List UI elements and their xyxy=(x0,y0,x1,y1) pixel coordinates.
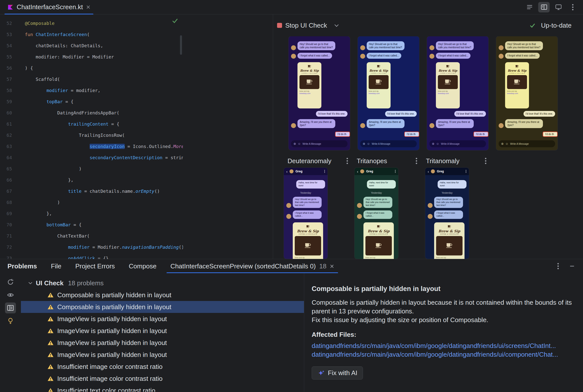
code-line[interactable]: 69 }, xyxy=(0,208,183,219)
more-icon[interactable] xyxy=(414,157,418,165)
back-icon[interactable]: ‹ xyxy=(357,170,358,173)
problem-item[interactable]: Insufficient text color contrast ratio xyxy=(21,384,304,392)
problem-group[interactable]: UI Check 18 problems xyxy=(21,277,304,289)
minimize-icon[interactable] xyxy=(567,262,577,271)
code-line[interactable]: 68 ) xyxy=(0,197,183,208)
more-icon[interactable] xyxy=(465,170,466,173)
problem-item[interactable]: Composable is partially hidden in layout xyxy=(21,301,304,313)
code-line[interactable]: 60 DatingAndFriendsAppBar( xyxy=(0,107,183,118)
chat-preview-phone[interactable]: ‹GregHaha, next time for sure!YesterdayH… xyxy=(355,168,398,259)
chat-preview-phone[interactable]: ‹GregHaha, next time for sure!YesterdayH… xyxy=(284,168,328,259)
add-attachment-icon[interactable]: ⊕ xyxy=(501,142,504,145)
brew-sip-link[interactable]: brew&sip.com xyxy=(369,92,389,94)
problem-item[interactable]: ImageView is partially hidden in layout xyxy=(21,325,304,337)
problem-item[interactable]: Insufficient image color contrast ratio xyxy=(21,361,304,372)
code-line[interactable]: 54 chatDetails: ChatDetails, xyxy=(0,40,183,51)
back-icon[interactable]: ‹ xyxy=(428,170,429,173)
refresh-icon[interactable] xyxy=(5,276,16,288)
brew-sip-card[interactable]: Brew & SipCOFFEE & CHOCOLATEbrew and sip… xyxy=(434,222,464,259)
problems-panel-title[interactable]: Problems xyxy=(8,262,37,270)
code-editor[interactable]: 52@Composable53fun ChatInterfaceScreen(5… xyxy=(0,14,183,259)
stop-ui-check-button[interactable]: Stop UI Check xyxy=(285,22,327,29)
tab-project-errors[interactable]: Project Errors xyxy=(75,259,115,273)
details-view-icon[interactable] xyxy=(5,302,16,314)
add-attachment-icon[interactable]: ⊕ xyxy=(363,142,365,145)
problem-item[interactable]: ImageView is partially hidden in layout xyxy=(21,349,304,361)
problem-item[interactable]: ImageView is partially hidden in layout xyxy=(21,337,304,349)
device-preview-icon[interactable] xyxy=(553,2,564,12)
code-line[interactable]: 72 modifier = Modifier.navigationBarsPad… xyxy=(0,242,183,253)
code-line[interactable]: 52@Composable xyxy=(0,18,183,29)
chevron-down-icon[interactable] xyxy=(28,282,32,284)
add-attachment-icon[interactable]: ⊕ xyxy=(432,142,434,145)
more-icon[interactable] xyxy=(484,157,488,165)
brew-sip-link[interactable]: brew&sip.com xyxy=(300,92,319,94)
more-icon[interactable] xyxy=(345,157,349,165)
brew-sip-card[interactable]: Brew & SipCOFFEE & CHOCOLATEbrew and sip… xyxy=(298,62,321,108)
brew-sip-card[interactable]: Brew & SipCOFFEE & CHOCOLATEbrew and sip… xyxy=(293,222,323,259)
code-line[interactable]: 63 secondaryIcon = Icons.Outlined.More xyxy=(0,141,183,152)
brew-sip-link[interactable]: brew&sip.com xyxy=(438,92,458,94)
brew-sip-card[interactable]: Brew & SipCOFFEE & CHOCOLATEbrew and sip… xyxy=(364,222,394,259)
message-input[interactable]: ⊕☺Write A Message xyxy=(499,140,555,147)
problem-item[interactable]: ImageView is partially hidden in layout xyxy=(21,313,304,325)
close-tab-icon[interactable] xyxy=(330,264,334,268)
message-input[interactable]: ⊕☺Write A Message xyxy=(429,140,486,147)
chat-message: Haha, next time for sure! xyxy=(428,180,466,188)
problem-item[interactable]: Insufficient image color contrast ratio xyxy=(21,372,304,384)
brew-sip-card[interactable]: Brew & SipCOFFEE & CHOCOLATEbrew and sip… xyxy=(367,62,391,108)
code-line[interactable]: 73 onAddClick = {} xyxy=(0,253,183,259)
code-line[interactable]: 70 bottomBar = { xyxy=(0,219,183,230)
more-icon[interactable] xyxy=(324,170,325,173)
tab-preview[interactable]: ChatInterfaceScreenPreview (sortedChatDe… xyxy=(170,259,334,273)
affected-file-link[interactable]: datingandfriends/src/main/java/com/ibm/g… xyxy=(312,350,575,359)
chat-preview-phone[interactable]: Hey! Should we go to that cafe you menti… xyxy=(427,36,488,150)
brew-sip-card[interactable]: Brew & SipCOFFEE & CHOCOLATEbrew and sip… xyxy=(505,62,529,108)
inspections-ok-icon[interactable] xyxy=(172,18,178,24)
editor-tab[interactable]: ChatInterfaceScreen.kt xyxy=(5,0,93,14)
code-line[interactable]: 66 }, xyxy=(0,174,183,186)
chat-preview-phone[interactable]: ‹GregHaha, next time for sure!YesterdayH… xyxy=(425,168,469,259)
code-line[interactable]: 65 ) xyxy=(0,163,183,174)
chat-preview-phone[interactable]: Hey! Should we go to that cafe you menti… xyxy=(496,36,558,150)
chevron-down-icon[interactable] xyxy=(334,24,339,27)
affected-file-link[interactable]: datingandfriends/src/main/java/com/ibm/g… xyxy=(312,342,575,350)
add-attachment-icon[interactable]: ⊕ xyxy=(294,142,296,145)
chat-bubble: Amazing, I'll see you there at 2pm? xyxy=(505,119,543,128)
tab-file[interactable]: File xyxy=(51,259,62,273)
code-line[interactable]: 55 modifier: Modifier = Modifier xyxy=(0,51,183,62)
code-line[interactable]: 59 topBar = { xyxy=(0,96,183,107)
code-line[interactable]: 61 trailingContent = { xyxy=(0,118,183,130)
code-line[interactable]: 62 TrailingIconsRow( xyxy=(0,130,183,141)
chat-preview-phone[interactable]: Hey! Should we go to that cafe you menti… xyxy=(288,36,350,150)
code-line[interactable]: 71 ChatTextBar( xyxy=(0,230,183,242)
code-line[interactable]: 57 Scaffold( xyxy=(0,74,183,85)
brew-sip-card[interactable]: Brew & SipCOFFEE & CHOCOLATEbrew and sip… xyxy=(436,62,460,108)
emoji-icon[interactable]: ☺ xyxy=(505,142,508,145)
close-tab-icon[interactable] xyxy=(86,5,90,9)
message-input[interactable]: ⊕☺Write A Message xyxy=(360,140,417,147)
emoji-icon[interactable]: ☺ xyxy=(367,142,370,145)
more-icon[interactable] xyxy=(395,170,396,173)
tab-compose[interactable]: Compose xyxy=(129,259,156,273)
code-line[interactable]: 53fun ChatInterfaceScreen( xyxy=(0,29,183,40)
fix-with-ai-button[interactable]: Fix with AI xyxy=(312,366,363,380)
back-icon[interactable]: ‹ xyxy=(286,170,287,173)
preview-eye-icon[interactable] xyxy=(5,290,16,300)
code-line[interactable]: 58 modifier = modifier, xyxy=(0,85,183,96)
code-line[interactable]: 56) { xyxy=(0,62,183,74)
more-options-icon[interactable] xyxy=(567,2,578,12)
code-line[interactable]: 64 secondaryContentDescription = strin xyxy=(0,152,183,163)
structure-view-icon[interactable] xyxy=(524,2,535,12)
chat-preview-phone[interactable]: Hey! Should we go to that cafe you menti… xyxy=(358,36,419,150)
editor-scrollbar[interactable] xyxy=(180,35,182,55)
lightbulb-icon[interactable] xyxy=(5,316,16,326)
problem-item[interactable]: Composable is partially hidden in layout xyxy=(21,289,304,301)
code-line[interactable]: 67 title = chatDetails.name.orEmpty() xyxy=(0,186,183,197)
emoji-icon[interactable]: ☺ xyxy=(436,142,439,145)
emoji-icon[interactable]: ☺ xyxy=(298,142,301,145)
brew-sip-link[interactable]: brew&sip.com xyxy=(507,92,527,94)
more-options-icon[interactable] xyxy=(553,262,563,271)
message-input[interactable]: ⊕☺Write A Message xyxy=(291,140,348,147)
split-editor-icon[interactable] xyxy=(538,2,550,12)
